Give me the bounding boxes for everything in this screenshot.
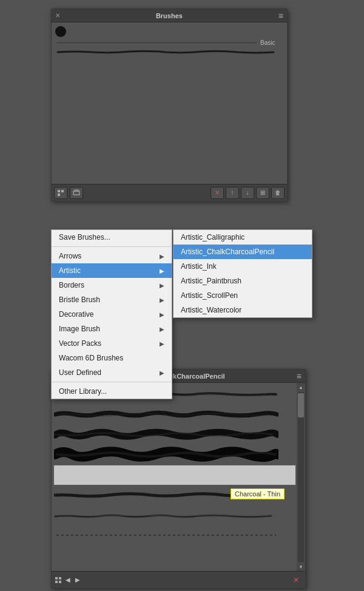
svg-rect-4 bbox=[75, 190, 78, 191]
brushes-panel-top: ✕ Brushes ≡ Basic ✕ ↑ ↓ ⊞ 🗑 bbox=[51, 8, 288, 201]
svg-rect-3 bbox=[73, 191, 79, 195]
brush-preview-area: Basic bbox=[52, 22, 287, 62]
new-brush-set-btn[interactable] bbox=[54, 187, 67, 199]
menu-item-artistic[interactable]: Artistic ▶ bbox=[52, 263, 172, 278]
brush-stroke-7 bbox=[54, 507, 278, 524]
menu-item-image-brush[interactable]: Image Brush ▶ bbox=[52, 322, 172, 336]
context-menu: Save Brushes... Arrows ▶ Artistic ▶ Bord… bbox=[51, 229, 172, 399]
svg-rect-0 bbox=[58, 190, 60, 192]
brush-stroke-row-5[interactable] bbox=[54, 465, 295, 485]
submenu-item-paintbrush[interactable]: Artistic_Paintbrush bbox=[174, 274, 312, 288]
brush-main-content bbox=[52, 62, 287, 184]
move-down-btn[interactable]: ↓ bbox=[241, 187, 254, 199]
panel-bottom-bar: ◀ ▶ ✕ bbox=[52, 571, 305, 588]
brush-stroke-row-4[interactable] bbox=[54, 445, 295, 464]
submenu-item-ink[interactable]: Artistic_Ink bbox=[174, 259, 312, 274]
panel-bottom-toolbar-top: ✕ ↑ ↓ ⊞ 🗑 bbox=[52, 184, 287, 201]
brush-library-btn[interactable] bbox=[70, 187, 83, 199]
brush-stroke-row-7[interactable] bbox=[54, 506, 295, 524]
options-btn[interactable]: ⊞ bbox=[256, 187, 269, 199]
brush-stroke-row-3[interactable] bbox=[54, 425, 295, 444]
menu-item-arrows[interactable]: Arrows ▶ bbox=[52, 249, 172, 263]
trash-btn[interactable]: 🗑 bbox=[271, 187, 285, 199]
svg-rect-7 bbox=[55, 577, 58, 579]
submenu-item-calligraphic[interactable]: Artistic_Calligraphic bbox=[174, 230, 312, 245]
arrow-icon-vector-packs: ▶ bbox=[160, 340, 164, 347]
menu-save-brushes[interactable]: Save Brushes... bbox=[52, 230, 172, 245]
panel-titlebar-top: ✕ Brushes ≡ bbox=[52, 9, 287, 22]
panel-menu-icon-bottom[interactable]: ≡ bbox=[297, 371, 302, 381]
nav-buttons: ◀ ▶ bbox=[54, 576, 82, 584]
bottom-close-btn[interactable]: ✕ bbox=[289, 574, 303, 586]
brush-stroke-row-8[interactable] bbox=[54, 526, 295, 544]
arrow-icon-decorative: ▶ bbox=[160, 311, 164, 318]
menu-item-wacom[interactable]: Wacom 6D Brushes bbox=[52, 351, 172, 365]
scroll-thumb[interactable] bbox=[298, 393, 304, 417]
move-up-btn[interactable]: ↑ bbox=[226, 187, 239, 199]
submenu-item-watercolor[interactable]: Artistic_Watercolor bbox=[174, 303, 312, 317]
delete-btn[interactable]: ✕ bbox=[211, 187, 224, 199]
brush-list-area: Charcoal - Thin ▲ ▼ bbox=[52, 383, 305, 571]
menu-item-vector-packs[interactable]: Vector Packs ▶ bbox=[52, 336, 172, 351]
brush-stroke-3 bbox=[54, 426, 278, 443]
svg-rect-10 bbox=[59, 581, 61, 583]
svg-rect-8 bbox=[55, 581, 58, 583]
submenu-item-chalkcharcoal[interactable]: Artistic_ChalkCharcoalPencil bbox=[174, 245, 312, 259]
arrow-icon-user-defined: ▶ bbox=[160, 370, 164, 376]
nav-list-icon[interactable] bbox=[54, 576, 62, 584]
toolbar-icons-right: ✕ ↑ ↓ ⊞ 🗑 bbox=[211, 187, 285, 199]
brush-stroke-2 bbox=[54, 406, 278, 423]
svg-rect-2 bbox=[58, 194, 60, 196]
arrow-icon-artistic: ▶ bbox=[160, 268, 164, 274]
brush-stroke-8 bbox=[54, 527, 278, 544]
scroll-up-arrow[interactable]: ▲ bbox=[297, 383, 305, 391]
arrow-icon-bristle: ▶ bbox=[160, 297, 164, 303]
arrow-icon-borders: ▶ bbox=[160, 282, 164, 289]
menu-divider-2 bbox=[52, 382, 172, 382]
scroll-bar-right: ▲ ▼ bbox=[297, 383, 305, 571]
nav-prev-btn[interactable]: ◀ bbox=[64, 576, 72, 584]
arrow-icon-image-brush: ▶ bbox=[160, 326, 164, 333]
scroll-down-arrow[interactable]: ▼ bbox=[297, 562, 305, 571]
menu-item-decorative[interactable]: Decorative ▶ bbox=[52, 307, 172, 322]
scroll-track[interactable] bbox=[298, 392, 304, 562]
brush-stroke-preview bbox=[56, 49, 275, 56]
brush-dot[interactable] bbox=[55, 26, 66, 37]
nav-next-btn[interactable]: ▶ bbox=[73, 576, 82, 584]
brushes-panel-bottom: ✕ Artistic_ChalkCharcoalPencil ≡ bbox=[51, 369, 306, 589]
submenu-artistic: Artistic_Calligraphic Artistic_ChalkChar… bbox=[173, 229, 312, 318]
menu-item-borders[interactable]: Borders ▶ bbox=[52, 278, 172, 292]
menu-divider-1 bbox=[52, 246, 172, 247]
brush-stroke-row-6[interactable]: Charcoal - Thin bbox=[54, 486, 295, 504]
charcoal-tooltip: Charcoal - Thin bbox=[231, 488, 285, 499]
svg-rect-1 bbox=[61, 190, 64, 192]
menu-item-bristle[interactable]: Bristle Brush ▶ bbox=[52, 292, 172, 307]
panel-title-top: Brushes bbox=[156, 12, 183, 19]
panel-close-btn[interactable]: ✕ bbox=[55, 12, 60, 19]
panel-menu-icon-top[interactable]: ≡ bbox=[278, 11, 283, 21]
basic-label: Basic bbox=[260, 39, 275, 46]
menu-item-user-defined[interactable]: User Defined ▶ bbox=[52, 365, 172, 380]
brush-stroke-5 bbox=[54, 467, 278, 484]
arrow-icon-arrows: ▶ bbox=[160, 253, 164, 260]
brush-stroke-4 bbox=[54, 446, 278, 463]
menu-other-library[interactable]: Other Library... bbox=[52, 384, 172, 399]
brush-dot-row bbox=[55, 26, 283, 37]
submenu-item-scrollpen[interactable]: Artistic_ScrollPen bbox=[174, 288, 312, 303]
brush-stroke-row-2[interactable] bbox=[54, 405, 295, 424]
svg-rect-9 bbox=[59, 577, 61, 579]
